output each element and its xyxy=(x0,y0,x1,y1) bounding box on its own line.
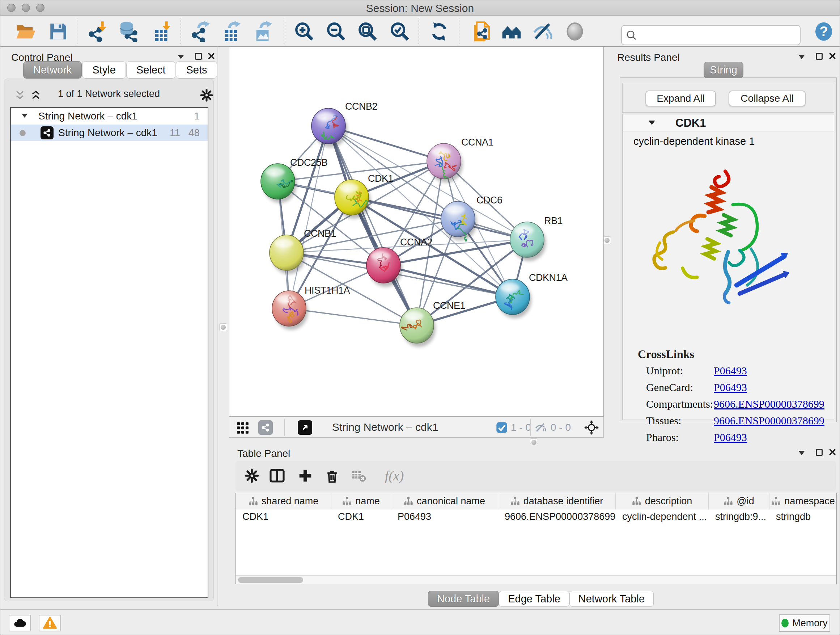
node-CCNE1[interactable]: CCNE1 xyxy=(400,300,465,347)
table-cell[interactable]: CDK1 xyxy=(332,509,391,524)
table-gear-icon[interactable] xyxy=(242,466,262,486)
node-CDKN1A[interactable]: CDKN1A xyxy=(496,272,568,318)
column-header-databaseidentifier[interactable]: database identifier xyxy=(498,493,616,509)
tab-node-table[interactable]: Node Table xyxy=(428,591,499,607)
zoom-out-icon[interactable] xyxy=(325,20,347,43)
section-expander-icon[interactable] xyxy=(649,120,655,125)
bottom-splitter-handle[interactable] xyxy=(530,439,538,444)
crosslink-link[interactable]: 9606.ENSP00000378699 xyxy=(714,398,824,410)
cdk1-section-header[interactable]: CDK1 xyxy=(622,114,834,131)
crosslink-link[interactable]: P06493 xyxy=(714,364,747,377)
column-header-name[interactable]: name xyxy=(332,493,391,509)
cloud-button[interactable] xyxy=(9,615,31,631)
node-CCNA1[interactable]: CCNA1 xyxy=(427,137,493,182)
refresh-icon[interactable] xyxy=(428,20,451,43)
table-cell[interactable]: stringdb:9... xyxy=(709,509,769,524)
collapse-all-button[interactable]: Collapse All xyxy=(729,90,806,106)
table-cell[interactable]: P06493 xyxy=(391,509,498,524)
import-network-database-icon[interactable] xyxy=(117,20,141,43)
tab-sets[interactable]: Sets xyxy=(176,61,217,79)
column-header-canonicalname[interactable]: canonical name xyxy=(391,493,498,509)
results-panel-close-icon[interactable] xyxy=(829,52,836,60)
toolbar-separator xyxy=(418,19,419,44)
column-header-id[interactable]: @id xyxy=(709,493,769,509)
table-cell[interactable]: cyclin-dependent ... xyxy=(616,509,709,524)
tab-select[interactable]: Select xyxy=(126,61,176,79)
network-row[interactable]: String Network – cdk1 11 48 xyxy=(11,125,208,141)
expand-all-button[interactable]: Expand All xyxy=(645,90,716,106)
control-panel-close-icon[interactable] xyxy=(207,52,215,60)
tab-style[interactable]: Style xyxy=(82,61,126,79)
zoom-in-icon[interactable] xyxy=(293,20,316,43)
table-panel-float-icon[interactable] xyxy=(816,449,823,456)
network-canvas-panel[interactable]: CCNB2CCNA1CDC25BCDK1CDC6RB1CCNB1CCNA2CDK… xyxy=(229,47,604,417)
results-panel-float-icon[interactable] xyxy=(816,53,823,60)
table-cell[interactable]: stringdb xyxy=(769,509,837,524)
collection-expander-icon[interactable] xyxy=(22,114,27,118)
show-columns-icon[interactable] xyxy=(267,466,287,486)
crosslink-label: Uniprot: xyxy=(646,364,683,377)
sphere-eye-icon[interactable] xyxy=(563,20,586,43)
warning-button[interactable] xyxy=(39,615,61,631)
table-panel-menu-icon[interactable] xyxy=(798,451,805,455)
birdseye-grid-icon[interactable] xyxy=(236,421,249,435)
selected-checkbox-icon[interactable] xyxy=(496,422,508,433)
tab-string[interactable]: String xyxy=(704,62,744,78)
network-graph[interactable]: CCNB2CCNA1CDC25BCDK1CDC6RB1CCNB1CCNA2CDK… xyxy=(229,47,603,416)
hide-eye-icon[interactable] xyxy=(531,20,554,43)
import-table-file-icon[interactable] xyxy=(150,20,174,43)
node-CDC6[interactable]: CDC6 xyxy=(441,195,502,241)
node-RB1[interactable]: RB1 xyxy=(510,215,562,261)
open-external-icon[interactable] xyxy=(298,420,312,435)
left-splitter-handle[interactable] xyxy=(219,323,227,331)
node-CDC25B[interactable]: CDC25B xyxy=(261,157,328,203)
hierarchy-icon xyxy=(771,496,781,506)
tab-edge-table[interactable]: Edge Table xyxy=(499,591,569,607)
crosslink-link[interactable]: 9606.ENSP00000378699 xyxy=(714,415,824,427)
crosslink-row: Pharos:P06493 xyxy=(622,429,834,446)
scrollbar-thumb[interactable] xyxy=(238,577,303,583)
network-collection-row[interactable]: String Network – cdk1 1 xyxy=(11,108,208,125)
memory-button[interactable]: Memory xyxy=(779,614,830,632)
table-panel-close-icon[interactable] xyxy=(829,448,836,456)
tab-network-table[interactable]: Network Table xyxy=(569,591,654,607)
homes-icon[interactable] xyxy=(500,20,523,43)
column-header-namespace[interactable]: namespace xyxy=(769,493,837,509)
table-cell[interactable]: CDK1 xyxy=(236,509,332,524)
network-options-gear-icon[interactable] xyxy=(200,88,213,102)
node-table[interactable]: shared namenamecanonical namedatabase id… xyxy=(235,493,837,584)
add-column-icon[interactable] xyxy=(295,466,315,486)
column-header-description[interactable]: description xyxy=(616,493,709,509)
delete-table-icon[interactable] xyxy=(349,466,369,486)
results-panel-menu-icon[interactable] xyxy=(798,55,805,59)
control-panel-float-icon[interactable] xyxy=(195,53,202,60)
fit-crosshair-icon[interactable] xyxy=(584,420,599,435)
crosslink-link[interactable]: P06493 xyxy=(714,381,747,394)
search-input[interactable] xyxy=(621,25,801,45)
export-network-icon[interactable] xyxy=(189,20,213,43)
node-CCNB1[interactable]: CCNB1 xyxy=(270,228,336,274)
node-HIST1H1A[interactable]: HIST1H1A xyxy=(272,285,350,330)
save-session-icon[interactable] xyxy=(47,20,70,43)
crosslink-link[interactable]: P06493 xyxy=(714,431,747,443)
share-network-icon[interactable] xyxy=(258,420,273,435)
edge-HIST1H1A-CCNE1[interactable] xyxy=(289,309,417,325)
tab-network[interactable]: Network xyxy=(23,61,82,79)
control-panel-menu-icon[interactable] xyxy=(178,55,184,59)
help-icon[interactable]: ? xyxy=(812,20,835,43)
table-horizontal-scrollbar[interactable] xyxy=(236,575,836,584)
zoom-fit-icon[interactable] xyxy=(356,20,379,43)
delete-column-trash-icon[interactable] xyxy=(322,466,342,486)
function-builder-icon[interactable]: f(x) xyxy=(374,466,414,486)
document-share-icon[interactable] xyxy=(470,20,493,43)
open-session-icon[interactable] xyxy=(14,20,37,43)
zoom-selected-icon[interactable] xyxy=(388,20,411,43)
table-cell[interactable]: 9606.ENSP00000378699 xyxy=(498,509,616,524)
right-splitter-handle[interactable] xyxy=(603,236,611,244)
export-image-icon[interactable] xyxy=(252,20,275,43)
export-table-icon[interactable] xyxy=(220,20,243,43)
column-header-sharedname[interactable]: shared name xyxy=(236,493,332,509)
import-network-file-icon[interactable] xyxy=(87,20,110,43)
table-row[interactable]: CDK1CDK1P064939606.ENSP00000378699cyclin… xyxy=(236,509,836,524)
results-buttons-box: Expand All Collapse All xyxy=(622,83,834,112)
